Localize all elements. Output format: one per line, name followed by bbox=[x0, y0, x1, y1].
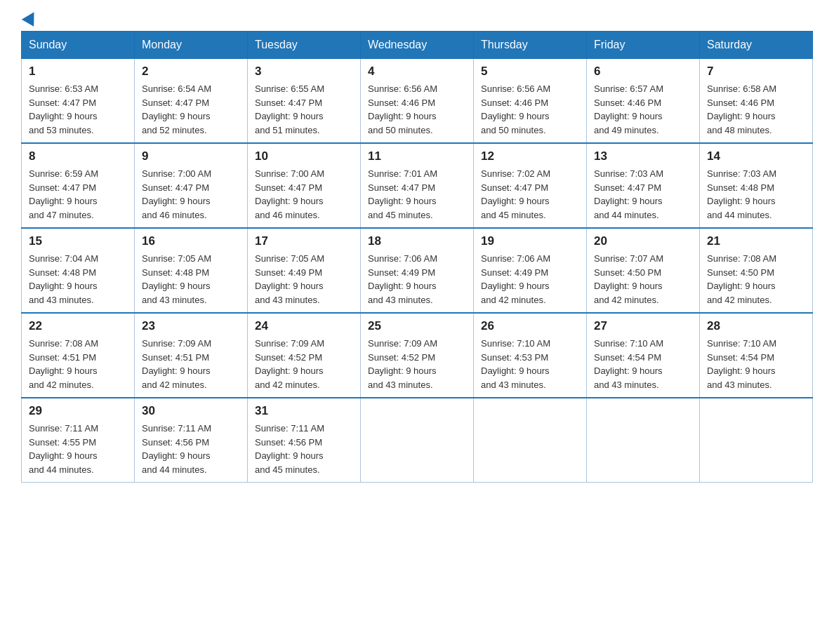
calendar-cell: 29 Sunrise: 7:11 AMSunset: 4:55 PMDaylig… bbox=[22, 398, 135, 483]
day-info: Sunrise: 6:59 AMSunset: 4:47 PMDaylight:… bbox=[29, 167, 127, 222]
calendar-week-row: 29 Sunrise: 7:11 AMSunset: 4:55 PMDaylig… bbox=[22, 398, 813, 483]
day-info: Sunrise: 7:09 AMSunset: 4:52 PMDaylight:… bbox=[368, 337, 466, 391]
weekday-header-saturday: Saturday bbox=[700, 32, 813, 59]
day-info: Sunrise: 6:58 AMSunset: 4:46 PMDaylight:… bbox=[707, 82, 805, 137]
calendar-week-row: 1 Sunrise: 6:53 AMSunset: 4:47 PMDayligh… bbox=[22, 59, 813, 144]
calendar-cell: 6 Sunrise: 6:57 AMSunset: 4:46 PMDayligh… bbox=[587, 59, 700, 144]
calendar-cell: 28 Sunrise: 7:10 AMSunset: 4:54 PMDaylig… bbox=[700, 313, 813, 398]
day-number: 18 bbox=[368, 234, 466, 248]
weekday-header-monday: Monday bbox=[135, 32, 248, 59]
day-number: 11 bbox=[368, 149, 466, 163]
day-info: Sunrise: 7:07 AMSunset: 4:50 PMDaylight:… bbox=[594, 252, 692, 307]
calendar-cell: 21 Sunrise: 7:08 AMSunset: 4:50 PMDaylig… bbox=[700, 228, 813, 313]
day-number: 30 bbox=[142, 404, 240, 418]
calendar-cell bbox=[361, 398, 474, 483]
calendar-cell: 18 Sunrise: 7:06 AMSunset: 4:49 PMDaylig… bbox=[361, 228, 474, 313]
calendar-cell: 5 Sunrise: 6:56 AMSunset: 4:46 PMDayligh… bbox=[474, 59, 587, 144]
page-header bbox=[21, 14, 813, 24]
day-number: 31 bbox=[255, 404, 353, 418]
day-number: 27 bbox=[594, 319, 692, 333]
calendar-cell bbox=[474, 398, 587, 483]
calendar-cell: 24 Sunrise: 7:09 AMSunset: 4:52 PMDaylig… bbox=[248, 313, 361, 398]
day-info: Sunrise: 7:03 AMSunset: 4:47 PMDaylight:… bbox=[594, 167, 692, 222]
day-info: Sunrise: 7:05 AMSunset: 4:48 PMDaylight:… bbox=[142, 252, 240, 307]
day-info: Sunrise: 7:10 AMSunset: 4:54 PMDaylight:… bbox=[707, 337, 805, 391]
calendar-cell: 1 Sunrise: 6:53 AMSunset: 4:47 PMDayligh… bbox=[22, 59, 135, 144]
calendar-cell bbox=[587, 398, 700, 483]
calendar-cell: 17 Sunrise: 7:05 AMSunset: 4:49 PMDaylig… bbox=[248, 228, 361, 313]
day-info: Sunrise: 7:09 AMSunset: 4:51 PMDaylight:… bbox=[142, 337, 240, 391]
calendar-body: 1 Sunrise: 6:53 AMSunset: 4:47 PMDayligh… bbox=[22, 59, 813, 483]
calendar-cell: 7 Sunrise: 6:58 AMSunset: 4:46 PMDayligh… bbox=[700, 59, 813, 144]
day-info: Sunrise: 6:54 AMSunset: 4:47 PMDaylight:… bbox=[142, 82, 240, 137]
day-number: 15 bbox=[29, 234, 127, 248]
day-number: 23 bbox=[142, 319, 240, 333]
day-info: Sunrise: 6:53 AMSunset: 4:47 PMDaylight:… bbox=[29, 82, 127, 137]
day-info: Sunrise: 6:57 AMSunset: 4:46 PMDaylight:… bbox=[594, 82, 692, 137]
day-info: Sunrise: 7:04 AMSunset: 4:48 PMDaylight:… bbox=[29, 252, 127, 307]
weekday-header-friday: Friday bbox=[587, 32, 700, 59]
day-number: 21 bbox=[707, 234, 805, 248]
day-info: Sunrise: 6:56 AMSunset: 4:46 PMDaylight:… bbox=[368, 82, 466, 137]
day-info: Sunrise: 7:11 AMSunset: 4:55 PMDaylight:… bbox=[29, 422, 127, 476]
day-number: 4 bbox=[368, 65, 466, 79]
day-number: 2 bbox=[142, 65, 240, 79]
calendar-cell: 30 Sunrise: 7:11 AMSunset: 4:56 PMDaylig… bbox=[135, 398, 248, 483]
calendar-cell: 13 Sunrise: 7:03 AMSunset: 4:47 PMDaylig… bbox=[587, 143, 700, 228]
day-number: 25 bbox=[368, 319, 466, 333]
day-info: Sunrise: 7:08 AMSunset: 4:50 PMDaylight:… bbox=[707, 252, 805, 307]
calendar-cell: 4 Sunrise: 6:56 AMSunset: 4:46 PMDayligh… bbox=[361, 59, 474, 144]
calendar-cell: 14 Sunrise: 7:03 AMSunset: 4:48 PMDaylig… bbox=[700, 143, 813, 228]
day-number: 22 bbox=[29, 319, 127, 333]
day-number: 20 bbox=[594, 234, 692, 248]
calendar-table: SundayMondayTuesdayWednesdayThursdayFrid… bbox=[21, 31, 813, 483]
calendar-cell: 11 Sunrise: 7:01 AMSunset: 4:47 PMDaylig… bbox=[361, 143, 474, 228]
day-number: 9 bbox=[142, 149, 240, 163]
logo bbox=[21, 14, 38, 24]
day-info: Sunrise: 7:10 AMSunset: 4:53 PMDaylight:… bbox=[481, 337, 579, 391]
day-info: Sunrise: 7:06 AMSunset: 4:49 PMDaylight:… bbox=[368, 252, 466, 307]
day-info: Sunrise: 7:11 AMSunset: 4:56 PMDaylight:… bbox=[142, 422, 240, 476]
day-number: 26 bbox=[481, 319, 579, 333]
calendar-cell: 31 Sunrise: 7:11 AMSunset: 4:56 PMDaylig… bbox=[248, 398, 361, 483]
day-number: 24 bbox=[255, 319, 353, 333]
weekday-header-sunday: Sunday bbox=[22, 32, 135, 59]
day-number: 28 bbox=[707, 319, 805, 333]
calendar-cell: 12 Sunrise: 7:02 AMSunset: 4:47 PMDaylig… bbox=[474, 143, 587, 228]
calendar-cell: 16 Sunrise: 7:05 AMSunset: 4:48 PMDaylig… bbox=[135, 228, 248, 313]
day-number: 6 bbox=[594, 65, 692, 79]
calendar-cell: 23 Sunrise: 7:09 AMSunset: 4:51 PMDaylig… bbox=[135, 313, 248, 398]
day-number: 8 bbox=[29, 149, 127, 163]
logo-triangle-icon bbox=[22, 8, 40, 27]
calendar-cell: 9 Sunrise: 7:00 AMSunset: 4:47 PMDayligh… bbox=[135, 143, 248, 228]
weekday-header-row: SundayMondayTuesdayWednesdayThursdayFrid… bbox=[22, 32, 813, 59]
calendar-cell: 26 Sunrise: 7:10 AMSunset: 4:53 PMDaylig… bbox=[474, 313, 587, 398]
day-info: Sunrise: 7:11 AMSunset: 4:56 PMDaylight:… bbox=[255, 422, 353, 476]
day-info: Sunrise: 7:05 AMSunset: 4:49 PMDaylight:… bbox=[255, 252, 353, 307]
day-info: Sunrise: 7:06 AMSunset: 4:49 PMDaylight:… bbox=[481, 252, 579, 307]
day-number: 29 bbox=[29, 404, 127, 418]
weekday-header-thursday: Thursday bbox=[474, 32, 587, 59]
calendar-cell: 15 Sunrise: 7:04 AMSunset: 4:48 PMDaylig… bbox=[22, 228, 135, 313]
day-number: 17 bbox=[255, 234, 353, 248]
day-number: 19 bbox=[481, 234, 579, 248]
day-info: Sunrise: 7:01 AMSunset: 4:47 PMDaylight:… bbox=[368, 167, 466, 222]
day-info: Sunrise: 7:08 AMSunset: 4:51 PMDaylight:… bbox=[29, 337, 127, 391]
calendar-cell: 25 Sunrise: 7:09 AMSunset: 4:52 PMDaylig… bbox=[361, 313, 474, 398]
calendar-header: SundayMondayTuesdayWednesdayThursdayFrid… bbox=[22, 32, 813, 59]
day-number: 3 bbox=[255, 65, 353, 79]
day-number: 12 bbox=[481, 149, 579, 163]
day-info: Sunrise: 7:00 AMSunset: 4:47 PMDaylight:… bbox=[255, 167, 353, 222]
day-info: Sunrise: 7:02 AMSunset: 4:47 PMDaylight:… bbox=[481, 167, 579, 222]
weekday-header-tuesday: Tuesday bbox=[248, 32, 361, 59]
calendar-week-row: 22 Sunrise: 7:08 AMSunset: 4:51 PMDaylig… bbox=[22, 313, 813, 398]
day-number: 7 bbox=[707, 65, 805, 79]
day-number: 13 bbox=[594, 149, 692, 163]
calendar-cell: 8 Sunrise: 6:59 AMSunset: 4:47 PMDayligh… bbox=[22, 143, 135, 228]
calendar-week-row: 15 Sunrise: 7:04 AMSunset: 4:48 PMDaylig… bbox=[22, 228, 813, 313]
day-info: Sunrise: 6:56 AMSunset: 4:46 PMDaylight:… bbox=[481, 82, 579, 137]
day-info: Sunrise: 7:10 AMSunset: 4:54 PMDaylight:… bbox=[594, 337, 692, 391]
day-info: Sunrise: 7:09 AMSunset: 4:52 PMDaylight:… bbox=[255, 337, 353, 391]
calendar-cell: 27 Sunrise: 7:10 AMSunset: 4:54 PMDaylig… bbox=[587, 313, 700, 398]
day-number: 5 bbox=[481, 65, 579, 79]
